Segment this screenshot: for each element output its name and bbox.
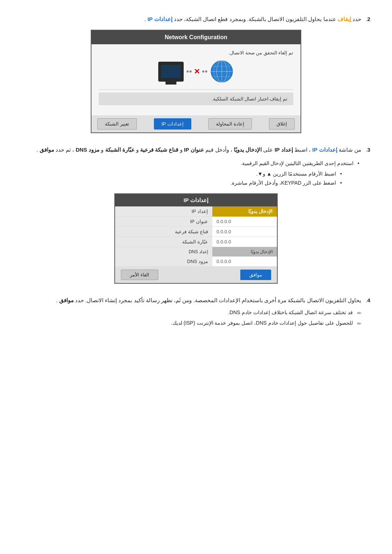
gateway-value: 0.0.0.0 — [212, 237, 277, 247]
dns-setup-value: الإدخال يدويًا — [212, 247, 277, 257]
wired-box: تم إيقاف اختبار اتصال الشبكة السلكية. — [99, 93, 293, 105]
note-item-1: ✏ قد تختلف سرعة اتصال الشبكة باختلاف إعد… — [22, 308, 362, 317]
step3-middle: ، اضبط — [293, 147, 311, 153]
step4-number: 4 — [367, 297, 370, 303]
network-dialog: Network Configuration تم إلغاء التحقق من… — [91, 30, 301, 133]
network-status-text: تم إلغاء التحقق من صحة الاتصال. — [99, 50, 293, 56]
x-mark-icon: ✕ — [194, 67, 200, 76]
note-icon-1: ✏ — [357, 309, 362, 318]
dns-provider-row: 0.0.0.0 مزود DNS — [115, 257, 277, 267]
network-dialog-footer: تغيير الشبكة إعدادات IP إعادة المحاولة إ… — [91, 115, 301, 132]
step3-confirm: موافق — [40, 147, 54, 153]
tv-screen — [161, 65, 181, 78]
step2-header: 2. حدد إيقاف عندما يحاول التلفزيون الاتص… — [22, 15, 370, 24]
ip-dialog: إعدادات IP الإدخال يدويًا إعداد IP 0.0.0… — [114, 193, 278, 284]
dot3 — [202, 70, 204, 73]
dns-value: 0.0.0.0 — [212, 257, 277, 267]
step3: 3. من شاشة إعدادات IP ، اضبط إعداد IP عل… — [22, 145, 370, 284]
separator1 — [99, 89, 293, 90]
dns-setup-row: الإدخال يدويًا إعداد DNS — [115, 247, 277, 257]
ip-address-row: 0.0.0.0 عنوان IP — [115, 217, 277, 227]
ip-dialog-footer: موافق الغاء الأمر — [115, 267, 277, 283]
dns-label: مزود DNS — [115, 257, 212, 267]
dot1 — [187, 70, 189, 73]
note-item-2: ✏ للحصول على تفاصيل حول إعدادات خادم DNS… — [22, 319, 362, 328]
step3-then: ، وأدخل قيم — [204, 147, 232, 153]
step4-header: 4. يحاول التلفزيون الاتصال بالشبكة مرة أ… — [22, 295, 370, 305]
step4-text: يحاول التلفزيون الاتصال بالشبكة مرة أخرى… — [74, 297, 361, 303]
step3-end: ، ثم حدد — [54, 147, 74, 153]
step2-stop-word: إيقاف — [338, 16, 351, 22]
step3-ip-settings: إعدادات IP — [312, 147, 337, 153]
step3-number: 3 — [367, 147, 370, 153]
close-button[interactable]: إغلاق — [269, 118, 295, 130]
step3-and1: و — [180, 147, 183, 153]
step3-gateway: عبّارة الشبكة — [105, 147, 135, 153]
gateway-row: 0.0.0.0 عبّارة الشبكة — [115, 237, 277, 247]
subnet-value: 0.0.0.0 — [212, 227, 277, 237]
gateway-label: عبّارة الشبكة — [115, 237, 212, 247]
step3-dns: مزود DNS — [75, 147, 99, 153]
step3-subnet: قناع شبكة فرعية — [140, 147, 178, 153]
ip-table: الإدخال يدويًا إعداد IP 0.0.0.0 عنوان IP… — [115, 206, 277, 267]
ip-cancel-button[interactable]: الغاء الأمر — [121, 270, 158, 280]
ip-settings-button[interactable]: إعدادات IP — [154, 118, 191, 130]
step3-manual: الإدخال يدويًا — [234, 147, 262, 153]
ip-setup-row: الإدخال يدويًا إعداد IP — [115, 206, 277, 217]
subnet-label: قناع شبكة فرعية — [115, 227, 212, 237]
step3-and3: و — [101, 147, 103, 153]
globe-icon — [210, 60, 234, 83]
network-dialog-body: تم إلغاء التحقق من صحة الاتصال. ✕ — [91, 44, 301, 115]
step4-notes: ✏ قد تختلف سرعة اتصال الشبكة باختلاف إعد… — [22, 308, 370, 328]
ip-setup-value: الإدخال يدويًا — [212, 206, 277, 217]
tv-icon — [158, 62, 184, 82]
ip-address-label: عنوان IP — [115, 217, 212, 227]
step3-prefix: من شاشة — [337, 147, 361, 153]
retry-button[interactable]: إعادة المحاولة — [208, 118, 252, 130]
step3-bullet-item: استخدم إحدى الطريقتين التاليتين لإدخال ا… — [22, 159, 359, 168]
note-icon-2: ✏ — [357, 319, 362, 328]
wired-status-text: تم إيقاف اختبار اتصال الشبكة السلكية. — [105, 96, 287, 102]
step3-final: . — [36, 147, 38, 153]
dot2 — [189, 70, 192, 73]
step3-header: 3. من شاشة إعدادات IP ، اضبط إعداد IP عل… — [22, 145, 370, 155]
step3-bullet-list: استخدم إحدى الطريقتين التاليتين لإدخال ا… — [22, 159, 370, 188]
step2-ip-word: إعدادات IP — [147, 16, 172, 22]
change-network-button[interactable]: تغيير الشبكة — [97, 118, 137, 130]
ip-confirm-button[interactable]: موافق — [240, 270, 271, 280]
step2-number: 2 — [367, 16, 370, 22]
subnet-row: 0.0.0.0 قناع شبكة فرعية — [115, 227, 277, 237]
step3-on: على — [262, 147, 273, 153]
connection-line: ✕ — [187, 67, 207, 76]
note-text-2: للحصول على تفاصيل حول إعدادات خادم DNS، … — [171, 320, 353, 326]
dns-setup-label: إعداد DNS — [115, 247, 212, 257]
step4: 4. يحاول التلفزيون الاتصال بالشبكة مرة أ… — [22, 295, 370, 328]
step3-ip-setup: إعداد IP — [274, 147, 293, 153]
step4-end: . — [56, 297, 57, 303]
dot4 — [205, 70, 207, 73]
step3-sub-item-1: اضبط الأرقام مستخدمًا الزرين ▲ و▼. — [22, 169, 342, 178]
step4-confirm: موافق — [59, 297, 74, 303]
ip-dialog-title: إعدادات IP — [115, 194, 277, 206]
network-icons-row: ✕ — [99, 60, 293, 83]
step3-and2: و — [136, 147, 139, 153]
ip-address-value: 0.0.0.0 — [212, 217, 277, 227]
step2-text-end: . — [144, 16, 146, 22]
step3-ip-address: عنوان IP — [184, 147, 204, 153]
network-dialog-title: Network Configuration — [91, 30, 301, 44]
step2-text-before: حدد — [351, 16, 361, 22]
step2: 2. حدد إيقاف عندما يحاول التلفزيون الاتص… — [22, 15, 370, 133]
note-text-1: قد تختلف سرعة اتصال الشبكة باختلاف إعداد… — [228, 309, 353, 315]
step2-text-middle: عندما يحاول التلفزيون الاتصال بالشبكة. و… — [172, 16, 336, 22]
ip-setup-label: إعداد IP — [115, 206, 212, 217]
step3-sub-item-2: اضغط على الزر KEYPAD، وأدخل الأرقام مباش… — [22, 178, 342, 188]
step3-sub-list: اضبط الأرقام مستخدمًا الزرين ▲ و▼. اضغط … — [22, 169, 359, 188]
